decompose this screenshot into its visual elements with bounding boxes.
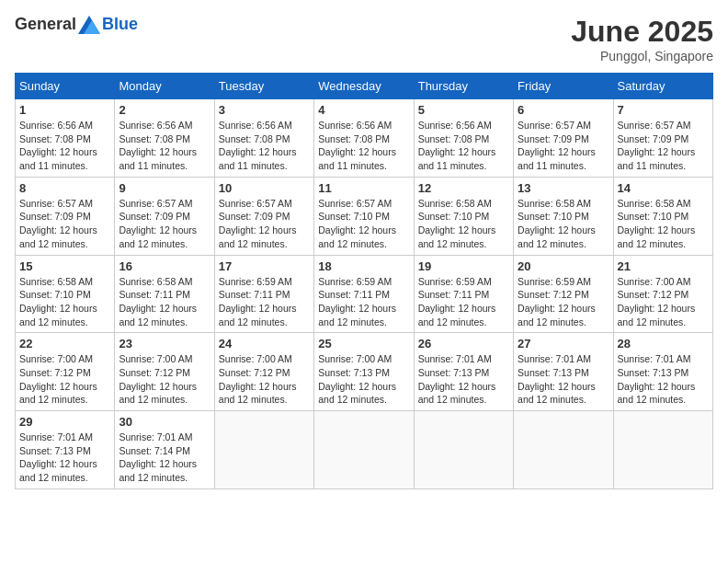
calendar-cell: 7 Sunrise: 6:57 AMSunset: 7:09 PMDayligh… xyxy=(613,99,712,178)
day-number: 30 xyxy=(119,415,210,429)
calendar-cell xyxy=(514,411,613,489)
calendar-table: Sunday Monday Tuesday Wednesday Thursday… xyxy=(15,73,713,489)
calendar-cell: 18 Sunrise: 6:59 AMSunset: 7:11 PMDaylig… xyxy=(314,255,414,333)
day-number: 26 xyxy=(418,337,509,350)
day-info: Sunrise: 7:00 AMSunset: 7:12 PMDaylight:… xyxy=(219,352,310,407)
day-info: Sunrise: 7:01 AMSunset: 7:14 PMDaylight:… xyxy=(119,431,210,485)
calendar-cell: 27 Sunrise: 7:01 AMSunset: 7:13 PMDaylig… xyxy=(514,333,613,411)
logo-general: General xyxy=(15,15,76,34)
logo: General Blue xyxy=(15,15,138,34)
day-info: Sunrise: 6:56 AMSunset: 7:08 PMDaylight:… xyxy=(318,119,409,173)
calendar-cell: 6 Sunrise: 6:57 AMSunset: 7:09 PMDayligh… xyxy=(514,99,613,178)
logo-icon xyxy=(78,16,100,34)
day-number: 19 xyxy=(418,259,509,273)
calendar-cell xyxy=(613,411,712,489)
day-info: Sunrise: 6:58 AMSunset: 7:11 PMDaylight:… xyxy=(119,275,210,329)
day-number: 14 xyxy=(618,181,709,195)
calendar-cell: 21 Sunrise: 7:00 AMSunset: 7:12 PMDaylig… xyxy=(613,255,712,333)
day-info: Sunrise: 7:00 AMSunset: 7:12 PMDaylight:… xyxy=(618,275,709,329)
month-title: June 2025 xyxy=(571,15,713,49)
day-info: Sunrise: 6:57 AMSunset: 7:09 PMDaylight:… xyxy=(119,197,210,251)
day-info: Sunrise: 6:58 AMSunset: 7:10 PMDaylight:… xyxy=(418,197,509,251)
day-info: Sunrise: 6:56 AMSunset: 7:08 PMDaylight:… xyxy=(19,119,110,173)
day-info: Sunrise: 6:57 AMSunset: 7:09 PMDaylight:… xyxy=(518,119,609,173)
day-info: Sunrise: 6:56 AMSunset: 7:08 PMDaylight:… xyxy=(119,119,210,173)
day-info: Sunrise: 6:57 AMSunset: 7:09 PMDaylight:… xyxy=(618,119,709,173)
calendar-cell: 16 Sunrise: 6:58 AMSunset: 7:11 PMDaylig… xyxy=(115,255,214,333)
day-info: Sunrise: 6:57 AMSunset: 7:09 PMDaylight:… xyxy=(219,197,310,251)
day-info: Sunrise: 6:58 AMSunset: 7:10 PMDaylight:… xyxy=(618,197,709,251)
calendar-cell xyxy=(314,411,414,489)
day-info: Sunrise: 6:57 AMSunset: 7:09 PMDaylight:… xyxy=(19,197,110,251)
day-number: 1 xyxy=(19,103,110,117)
day-number: 23 xyxy=(119,337,210,350)
day-number: 17 xyxy=(219,259,310,273)
calendar-cell: 28 Sunrise: 7:01 AMSunset: 7:13 PMDaylig… xyxy=(613,333,712,411)
day-info: Sunrise: 6:58 AMSunset: 7:10 PMDaylight:… xyxy=(19,275,110,329)
day-info: Sunrise: 6:59 AMSunset: 7:11 PMDaylight:… xyxy=(318,275,409,329)
calendar-cell: 25 Sunrise: 7:00 AMSunset: 7:13 PMDaylig… xyxy=(314,333,414,411)
calendar-cell: 4 Sunrise: 6:56 AMSunset: 7:08 PMDayligh… xyxy=(314,99,414,178)
calendar-cell: 30 Sunrise: 7:01 AMSunset: 7:14 PMDaylig… xyxy=(115,411,214,489)
calendar-cell: 20 Sunrise: 6:59 AMSunset: 7:12 PMDaylig… xyxy=(514,255,613,333)
day-info: Sunrise: 7:00 AMSunset: 7:12 PMDaylight:… xyxy=(19,352,110,407)
calendar-cell: 22 Sunrise: 7:00 AMSunset: 7:12 PMDaylig… xyxy=(16,333,115,411)
calendar-cell: 13 Sunrise: 6:58 AMSunset: 7:10 PMDaylig… xyxy=(514,177,613,255)
calendar-cell xyxy=(214,411,313,489)
day-number: 21 xyxy=(618,259,709,273)
calendar-cell: 24 Sunrise: 7:00 AMSunset: 7:12 PMDaylig… xyxy=(214,333,313,411)
day-number: 9 xyxy=(119,181,210,195)
header-monday: Monday xyxy=(115,74,214,99)
day-number: 13 xyxy=(518,181,609,195)
calendar-cell: 9 Sunrise: 6:57 AMSunset: 7:09 PMDayligh… xyxy=(115,177,214,255)
day-info: Sunrise: 7:01 AMSunset: 7:13 PMDaylight:… xyxy=(19,431,110,485)
day-info: Sunrise: 7:01 AMSunset: 7:13 PMDaylight:… xyxy=(418,352,509,407)
day-number: 24 xyxy=(219,337,310,350)
day-number: 11 xyxy=(318,181,409,195)
day-number: 25 xyxy=(318,337,409,350)
day-info: Sunrise: 7:00 AMSunset: 7:13 PMDaylight:… xyxy=(318,352,409,407)
calendar-cell: 3 Sunrise: 6:56 AMSunset: 7:08 PMDayligh… xyxy=(214,99,313,178)
calendar-cell: 12 Sunrise: 6:58 AMSunset: 7:10 PMDaylig… xyxy=(414,177,513,255)
day-number: 15 xyxy=(19,259,110,273)
header-friday: Friday xyxy=(514,74,613,99)
location: Punggol, Singapore xyxy=(571,49,713,63)
calendar-cell: 2 Sunrise: 6:56 AMSunset: 7:08 PMDayligh… xyxy=(115,99,214,178)
calendar-cell: 29 Sunrise: 7:01 AMSunset: 7:13 PMDaylig… xyxy=(16,411,115,489)
day-number: 16 xyxy=(119,259,210,273)
weekday-header-row: Sunday Monday Tuesday Wednesday Thursday… xyxy=(16,74,713,99)
day-info: Sunrise: 6:56 AMSunset: 7:08 PMDaylight:… xyxy=(219,119,310,173)
day-number: 18 xyxy=(318,259,409,273)
calendar-cell: 15 Sunrise: 6:58 AMSunset: 7:10 PMDaylig… xyxy=(16,255,115,333)
calendar-cell: 17 Sunrise: 6:59 AMSunset: 7:11 PMDaylig… xyxy=(214,255,313,333)
day-number: 5 xyxy=(418,103,509,117)
day-number: 6 xyxy=(518,103,609,117)
page-header: General Blue June 2025 Punggol, Singapor… xyxy=(15,15,713,63)
calendar-cell: 11 Sunrise: 6:57 AMSunset: 7:10 PMDaylig… xyxy=(314,177,414,255)
calendar-cell xyxy=(414,411,513,489)
day-info: Sunrise: 7:01 AMSunset: 7:13 PMDaylight:… xyxy=(618,352,709,407)
day-info: Sunrise: 7:00 AMSunset: 7:12 PMDaylight:… xyxy=(119,352,210,407)
day-number: 10 xyxy=(219,181,310,195)
calendar-cell: 5 Sunrise: 6:56 AMSunset: 7:08 PMDayligh… xyxy=(414,99,513,178)
calendar-cell: 1 Sunrise: 6:56 AMSunset: 7:08 PMDayligh… xyxy=(16,99,115,178)
day-info: Sunrise: 6:59 AMSunset: 7:12 PMDaylight:… xyxy=(518,275,609,329)
day-info: Sunrise: 6:58 AMSunset: 7:10 PMDaylight:… xyxy=(518,197,609,251)
calendar-cell: 8 Sunrise: 6:57 AMSunset: 7:09 PMDayligh… xyxy=(16,177,115,255)
day-number: 28 xyxy=(618,337,709,350)
calendar-cell: 19 Sunrise: 6:59 AMSunset: 7:11 PMDaylig… xyxy=(414,255,513,333)
day-info: Sunrise: 6:57 AMSunset: 7:10 PMDaylight:… xyxy=(318,197,409,251)
day-number: 20 xyxy=(518,259,609,273)
header-tuesday: Tuesday xyxy=(214,74,313,99)
day-info: Sunrise: 7:01 AMSunset: 7:13 PMDaylight:… xyxy=(518,352,609,407)
day-info: Sunrise: 6:56 AMSunset: 7:08 PMDaylight:… xyxy=(418,119,509,173)
calendar-cell: 14 Sunrise: 6:58 AMSunset: 7:10 PMDaylig… xyxy=(613,177,712,255)
day-number: 12 xyxy=(418,181,509,195)
day-number: 27 xyxy=(518,337,609,350)
day-number: 3 xyxy=(219,103,310,117)
calendar-cell: 23 Sunrise: 7:00 AMSunset: 7:12 PMDaylig… xyxy=(115,333,214,411)
title-block: June 2025 Punggol, Singapore xyxy=(571,15,713,63)
day-number: 2 xyxy=(119,103,210,117)
logo-blue: Blue xyxy=(102,15,138,34)
header-saturday: Saturday xyxy=(613,74,712,99)
